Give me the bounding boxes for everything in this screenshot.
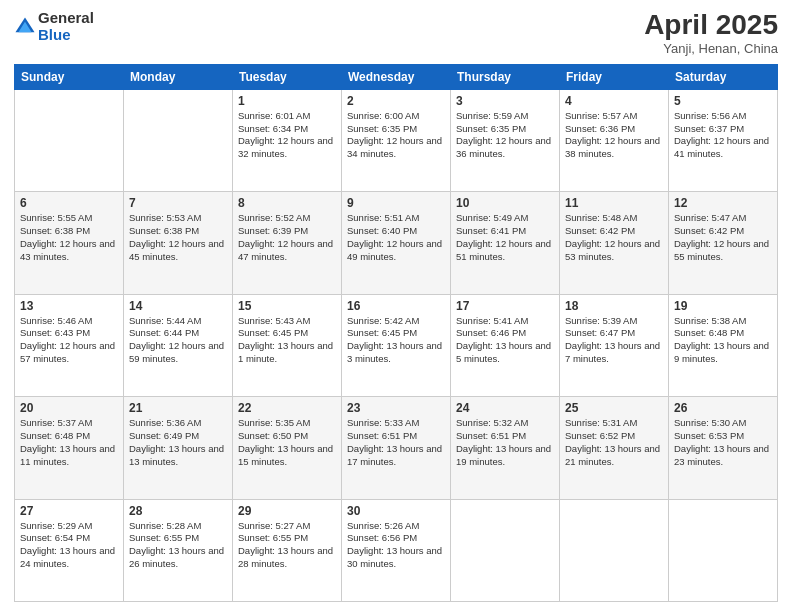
calendar-cell: 30Sunrise: 5:26 AM Sunset: 6:56 PM Dayli… xyxy=(342,499,451,601)
calendar-cell: 7Sunrise: 5:53 AM Sunset: 6:38 PM Daylig… xyxy=(124,192,233,294)
calendar-cell: 22Sunrise: 5:35 AM Sunset: 6:50 PM Dayli… xyxy=(233,397,342,499)
day-number: 22 xyxy=(238,401,336,415)
day-info: Sunrise: 5:31 AM Sunset: 6:52 PM Dayligh… xyxy=(565,417,663,468)
day-number: 5 xyxy=(674,94,772,108)
day-info: Sunrise: 5:41 AM Sunset: 6:46 PM Dayligh… xyxy=(456,315,554,366)
day-number: 30 xyxy=(347,504,445,518)
day-info: Sunrise: 5:43 AM Sunset: 6:45 PM Dayligh… xyxy=(238,315,336,366)
day-number: 3 xyxy=(456,94,554,108)
calendar-cell: 21Sunrise: 5:36 AM Sunset: 6:49 PM Dayli… xyxy=(124,397,233,499)
day-info: Sunrise: 5:30 AM Sunset: 6:53 PM Dayligh… xyxy=(674,417,772,468)
day-info: Sunrise: 5:29 AM Sunset: 6:54 PM Dayligh… xyxy=(20,520,118,571)
day-number: 12 xyxy=(674,196,772,210)
day-number: 16 xyxy=(347,299,445,313)
day-info: Sunrise: 6:01 AM Sunset: 6:34 PM Dayligh… xyxy=(238,110,336,161)
day-info: Sunrise: 5:46 AM Sunset: 6:43 PM Dayligh… xyxy=(20,315,118,366)
calendar-cell: 19Sunrise: 5:38 AM Sunset: 6:48 PM Dayli… xyxy=(669,294,778,396)
day-number: 15 xyxy=(238,299,336,313)
calendar-week-1: 1Sunrise: 6:01 AM Sunset: 6:34 PM Daylig… xyxy=(15,89,778,191)
day-number: 10 xyxy=(456,196,554,210)
day-number: 17 xyxy=(456,299,554,313)
calendar-cell: 17Sunrise: 5:41 AM Sunset: 6:46 PM Dayli… xyxy=(451,294,560,396)
calendar-cell xyxy=(15,89,124,191)
day-info: Sunrise: 5:39 AM Sunset: 6:47 PM Dayligh… xyxy=(565,315,663,366)
calendar-cell: 28Sunrise: 5:28 AM Sunset: 6:55 PM Dayli… xyxy=(124,499,233,601)
day-info: Sunrise: 5:57 AM Sunset: 6:36 PM Dayligh… xyxy=(565,110,663,161)
calendar-cell: 6Sunrise: 5:55 AM Sunset: 6:38 PM Daylig… xyxy=(15,192,124,294)
day-number: 1 xyxy=(238,94,336,108)
calendar-cell: 12Sunrise: 5:47 AM Sunset: 6:42 PM Dayli… xyxy=(669,192,778,294)
calendar-cell xyxy=(560,499,669,601)
calendar-week-3: 13Sunrise: 5:46 AM Sunset: 6:43 PM Dayli… xyxy=(15,294,778,396)
col-wednesday: Wednesday xyxy=(342,64,451,89)
calendar-cell xyxy=(669,499,778,601)
logo-icon xyxy=(14,16,36,38)
calendar-week-4: 20Sunrise: 5:37 AM Sunset: 6:48 PM Dayli… xyxy=(15,397,778,499)
col-sunday: Sunday xyxy=(15,64,124,89)
day-info: Sunrise: 6:00 AM Sunset: 6:35 PM Dayligh… xyxy=(347,110,445,161)
col-tuesday: Tuesday xyxy=(233,64,342,89)
day-number: 28 xyxy=(129,504,227,518)
calendar-cell: 1Sunrise: 6:01 AM Sunset: 6:34 PM Daylig… xyxy=(233,89,342,191)
calendar-cell: 11Sunrise: 5:48 AM Sunset: 6:42 PM Dayli… xyxy=(560,192,669,294)
subtitle: Yanji, Henan, China xyxy=(644,41,778,56)
day-number: 21 xyxy=(129,401,227,415)
day-info: Sunrise: 5:56 AM Sunset: 6:37 PM Dayligh… xyxy=(674,110,772,161)
day-info: Sunrise: 5:52 AM Sunset: 6:39 PM Dayligh… xyxy=(238,212,336,263)
day-info: Sunrise: 5:35 AM Sunset: 6:50 PM Dayligh… xyxy=(238,417,336,468)
day-info: Sunrise: 5:44 AM Sunset: 6:44 PM Dayligh… xyxy=(129,315,227,366)
calendar-cell: 10Sunrise: 5:49 AM Sunset: 6:41 PM Dayli… xyxy=(451,192,560,294)
page: General Blue April 2025 Yanji, Henan, Ch… xyxy=(0,0,792,612)
calendar-cell: 5Sunrise: 5:56 AM Sunset: 6:37 PM Daylig… xyxy=(669,89,778,191)
day-number: 27 xyxy=(20,504,118,518)
day-info: Sunrise: 5:53 AM Sunset: 6:38 PM Dayligh… xyxy=(129,212,227,263)
day-info: Sunrise: 5:49 AM Sunset: 6:41 PM Dayligh… xyxy=(456,212,554,263)
calendar-cell: 24Sunrise: 5:32 AM Sunset: 6:51 PM Dayli… xyxy=(451,397,560,499)
calendar-week-5: 27Sunrise: 5:29 AM Sunset: 6:54 PM Dayli… xyxy=(15,499,778,601)
calendar-cell xyxy=(124,89,233,191)
day-number: 19 xyxy=(674,299,772,313)
calendar-cell: 25Sunrise: 5:31 AM Sunset: 6:52 PM Dayli… xyxy=(560,397,669,499)
calendar-week-2: 6Sunrise: 5:55 AM Sunset: 6:38 PM Daylig… xyxy=(15,192,778,294)
calendar-cell xyxy=(451,499,560,601)
calendar-cell: 16Sunrise: 5:42 AM Sunset: 6:45 PM Dayli… xyxy=(342,294,451,396)
main-title: April 2025 xyxy=(644,10,778,41)
calendar-cell: 13Sunrise: 5:46 AM Sunset: 6:43 PM Dayli… xyxy=(15,294,124,396)
logo-general: General xyxy=(38,9,94,26)
title-area: April 2025 Yanji, Henan, China xyxy=(644,10,778,56)
calendar-cell: 14Sunrise: 5:44 AM Sunset: 6:44 PM Dayli… xyxy=(124,294,233,396)
logo-blue: Blue xyxy=(38,26,71,43)
day-info: Sunrise: 5:32 AM Sunset: 6:51 PM Dayligh… xyxy=(456,417,554,468)
calendar-cell: 20Sunrise: 5:37 AM Sunset: 6:48 PM Dayli… xyxy=(15,397,124,499)
col-monday: Monday xyxy=(124,64,233,89)
day-info: Sunrise: 5:28 AM Sunset: 6:55 PM Dayligh… xyxy=(129,520,227,571)
day-number: 8 xyxy=(238,196,336,210)
col-thursday: Thursday xyxy=(451,64,560,89)
day-info: Sunrise: 5:51 AM Sunset: 6:40 PM Dayligh… xyxy=(347,212,445,263)
day-number: 4 xyxy=(565,94,663,108)
calendar-cell: 27Sunrise: 5:29 AM Sunset: 6:54 PM Dayli… xyxy=(15,499,124,601)
calendar-cell: 26Sunrise: 5:30 AM Sunset: 6:53 PM Dayli… xyxy=(669,397,778,499)
calendar-cell: 4Sunrise: 5:57 AM Sunset: 6:36 PM Daylig… xyxy=(560,89,669,191)
day-info: Sunrise: 5:33 AM Sunset: 6:51 PM Dayligh… xyxy=(347,417,445,468)
calendar-cell: 29Sunrise: 5:27 AM Sunset: 6:55 PM Dayli… xyxy=(233,499,342,601)
day-number: 18 xyxy=(565,299,663,313)
day-number: 7 xyxy=(129,196,227,210)
day-number: 25 xyxy=(565,401,663,415)
calendar-cell: 9Sunrise: 5:51 AM Sunset: 6:40 PM Daylig… xyxy=(342,192,451,294)
day-number: 6 xyxy=(20,196,118,210)
day-number: 9 xyxy=(347,196,445,210)
calendar: Sunday Monday Tuesday Wednesday Thursday… xyxy=(14,64,778,602)
day-number: 2 xyxy=(347,94,445,108)
day-number: 13 xyxy=(20,299,118,313)
day-info: Sunrise: 5:36 AM Sunset: 6:49 PM Dayligh… xyxy=(129,417,227,468)
day-number: 23 xyxy=(347,401,445,415)
day-info: Sunrise: 5:42 AM Sunset: 6:45 PM Dayligh… xyxy=(347,315,445,366)
calendar-cell: 15Sunrise: 5:43 AM Sunset: 6:45 PM Dayli… xyxy=(233,294,342,396)
calendar-cell: 8Sunrise: 5:52 AM Sunset: 6:39 PM Daylig… xyxy=(233,192,342,294)
calendar-cell: 18Sunrise: 5:39 AM Sunset: 6:47 PM Dayli… xyxy=(560,294,669,396)
day-info: Sunrise: 5:48 AM Sunset: 6:42 PM Dayligh… xyxy=(565,212,663,263)
col-friday: Friday xyxy=(560,64,669,89)
calendar-header-row: Sunday Monday Tuesday Wednesday Thursday… xyxy=(15,64,778,89)
day-number: 29 xyxy=(238,504,336,518)
